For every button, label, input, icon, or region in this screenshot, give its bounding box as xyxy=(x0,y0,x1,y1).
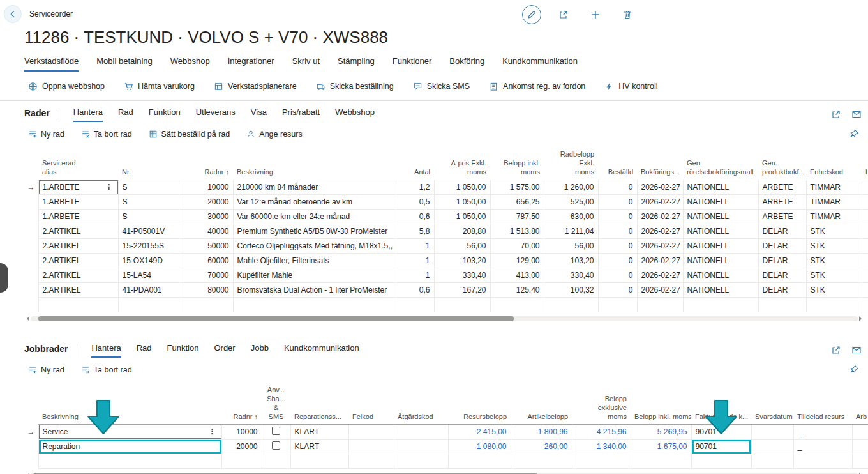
cell-radnr[interactable]: 20000 xyxy=(221,440,262,454)
cell-gen-rorelse[interactable]: NATIONELL xyxy=(683,268,758,283)
cell-radbelopp[interactable]: 1 260,00 xyxy=(544,180,598,195)
rader-row[interactable]: 2.ARTIKEL 41-PDA001 80000 Bromsvätska Du… xyxy=(24,283,868,298)
row-menu-icon[interactable]: ⋮ xyxy=(207,427,218,436)
checkbox-unchecked[interactable] xyxy=(272,427,280,435)
cell-belopp-exkl[interactable]: 1 340,00 xyxy=(572,440,631,454)
cell-gen-rorelse[interactable]: NATIONELL xyxy=(683,210,758,224)
cell-belopp-inkl[interactable]: 656,25 xyxy=(490,195,544,210)
cell-bokforingsdatum[interactable]: 2026-02-27 xyxy=(637,195,683,210)
cell-bokforingsdatum[interactable]: 2026-02-27 xyxy=(637,180,683,195)
cell-enhetskod[interactable]: STK xyxy=(806,268,862,283)
cell-atgardskod[interactable] xyxy=(394,454,448,469)
cell-radnr[interactable]: 20000 xyxy=(179,195,233,210)
cell-radnr[interactable]: 10000 xyxy=(179,180,233,195)
cell-gen-rorelse[interactable] xyxy=(683,298,758,312)
cell-belopp-inkl[interactable]: 1 513,80 xyxy=(490,224,544,239)
cell-nr[interactable]: 15-220155S xyxy=(118,239,179,254)
cell-gen-rorelse[interactable]: NATIONELL xyxy=(683,283,758,298)
cell-gen-rorelse[interactable]: NATIONELL xyxy=(683,180,758,195)
grid-action[interactable]: Sätt beställd på rad xyxy=(149,130,230,139)
menu-tab[interactable]: Funktioner xyxy=(393,56,431,72)
cell-belopp-exkl[interactable] xyxy=(572,454,631,469)
cell-gen-rorelse[interactable]: NATIONELL xyxy=(683,224,758,239)
rader-hscrollbar[interactable] xyxy=(24,315,864,323)
col-belopp-inkl[interactable]: Belopp inkl. moms xyxy=(490,149,544,180)
cell-reparationsstatus[interactable]: KLART xyxy=(290,440,348,454)
cell-svarsdatum[interactable] xyxy=(751,440,793,454)
col-radnr[interactable]: Radnr ↑ xyxy=(179,149,233,180)
action-item[interactable]: Öppna webbshop xyxy=(28,82,105,91)
col-bokforings[interactable]: Bokförings... xyxy=(637,149,683,180)
mail-icon[interactable] xyxy=(851,345,862,355)
section-tab[interactable]: Kundkommunikation xyxy=(284,343,359,358)
cell-radbelopp[interactable]: 56,00 xyxy=(544,239,598,254)
grid-action[interactable]: Ny rad xyxy=(28,130,64,139)
rader-row[interactable]: 2.ARTIKEL 15-LA54 70000 Kupéfilter Mahle… xyxy=(24,268,868,283)
cell-radnr[interactable]: 70000 xyxy=(179,268,233,283)
section-tab[interactable]: Rad xyxy=(118,107,133,122)
cell-servicerad-alias[interactable]: 2.ARTIKEL xyxy=(38,254,118,268)
cell-belopp-inkl[interactable]: 787,50 xyxy=(490,210,544,224)
cell-servicerad-alias[interactable]: 1.ARBETE xyxy=(38,195,118,210)
row-menu-icon[interactable]: ⋮ xyxy=(104,183,114,192)
side-panel-handle[interactable] xyxy=(0,263,8,293)
cell-beskrivning[interactable]: 210000 km 84 månader xyxy=(233,180,396,195)
menu-tab[interactable]: Stämpling xyxy=(338,56,375,72)
col-beskrivning[interactable]: Beskrivning xyxy=(38,385,221,425)
action-item[interactable]: Hämta varukorg xyxy=(124,82,195,91)
cell-svarsdatum[interactable] xyxy=(751,425,793,440)
grid-action[interactable]: Ta bort rad xyxy=(81,365,132,374)
menu-tab[interactable]: Webbshop xyxy=(170,56,210,72)
cell-radnr[interactable] xyxy=(221,454,262,469)
cell-radbelopp[interactable]: 100,32 xyxy=(544,283,598,298)
rader-row[interactable]: 2.ARTIKEL 41-P05001V 40000 Premium Synth… xyxy=(24,224,868,239)
cell-servicerad-alias[interactable]: 2.ARTIKEL xyxy=(38,224,118,239)
col-atgardskod[interactable]: Åtgärdskod xyxy=(394,385,448,425)
rader-row[interactable]: 1.ARBETE S 30000 Var 60000:e km eller 24… xyxy=(24,210,868,224)
cell-resursbelopp[interactable] xyxy=(448,454,511,469)
jobbrader-row[interactable] xyxy=(24,454,868,469)
cell-bestalld[interactable]: 0 xyxy=(598,224,637,239)
cell-tilldelad-resurs[interactable]: _ xyxy=(793,425,852,440)
cell-belopp-inkl[interactable]: 1 575,00 xyxy=(490,180,544,195)
section-tab[interactable]: Jobb xyxy=(251,343,269,358)
cell-gen-rorelse[interactable]: NATIONELL xyxy=(683,239,758,254)
cell-beskrivning[interactable] xyxy=(233,298,396,312)
cell-antal[interactable]: 0,6 xyxy=(396,210,434,224)
cell-radnr[interactable]: 60000 xyxy=(179,254,233,268)
cell-radnr[interactable] xyxy=(179,298,233,312)
cell-beskrivning[interactable]: Var 60000:e km eller 24:e månad xyxy=(233,210,396,224)
cell-antal[interactable]: 1,2 xyxy=(396,180,434,195)
cell-bestalld[interactable]: 0 xyxy=(598,210,637,224)
menu-tab[interactable]: Skriv ut xyxy=(292,56,320,72)
cell-tilldelad-resurs[interactable] xyxy=(793,454,852,469)
jobbrader-hscrollbar[interactable] xyxy=(24,471,864,474)
col-belopp-exkl[interactable]: Belopp exklusive moms xyxy=(572,385,631,425)
menu-tab[interactable]: Mobil betalning xyxy=(96,56,152,72)
cell-bokforingsdatum[interactable]: 2026-02-27 xyxy=(637,210,683,224)
cell-apris[interactable]: 208,80 xyxy=(434,224,490,239)
cell-antal[interactable]: 1 xyxy=(396,239,434,254)
cell-belopp-inkl[interactable]: 70,00 xyxy=(490,239,544,254)
share-icon[interactable] xyxy=(831,345,841,355)
col-reparationsstatus[interactable]: Reparationss... xyxy=(290,385,348,425)
cell-nr[interactable]: 15-LA54 xyxy=(118,268,179,283)
cell-artikelbelopp[interactable] xyxy=(511,454,572,469)
cell-gen-produkt[interactable]: DELAR xyxy=(758,283,806,298)
rader-row[interactable]: → ⋮1.ARBETE S 10000 210000 km 84 månader… xyxy=(24,180,868,195)
cell-bestalld[interactable]: 0 xyxy=(598,239,637,254)
col-felkod[interactable]: Felkod xyxy=(348,385,394,425)
cell-antal[interactable]: 0,6 xyxy=(396,283,434,298)
col-servicerad-alias[interactable]: Servicerad alias xyxy=(38,149,118,180)
back-button[interactable] xyxy=(4,5,22,23)
rader-row[interactable]: 2.ARTIKEL 15-OX149D 60000 Mahle Oljefilt… xyxy=(24,254,868,268)
cell-beskrivning[interactable]: Mahle Oljefilter, Filterinsats xyxy=(233,254,396,268)
mail-icon[interactable] xyxy=(851,109,862,119)
cell-resursbelopp[interactable]: 1 080,00 xyxy=(448,440,511,454)
col-gen-rorelse[interactable]: Gen. rörelsebokföringsmall xyxy=(683,149,758,180)
menu-tab[interactable]: Bokföring xyxy=(449,56,484,72)
cell-servicerad-alias[interactable]: 2.ARTIKEL xyxy=(38,283,118,298)
scroll-left-icon[interactable] xyxy=(24,316,29,321)
jobbrader-row[interactable]: Reparation 20000 KLART 1 080,00 260,00 1… xyxy=(24,440,868,454)
cell-gen-produkt[interactable] xyxy=(758,298,806,312)
